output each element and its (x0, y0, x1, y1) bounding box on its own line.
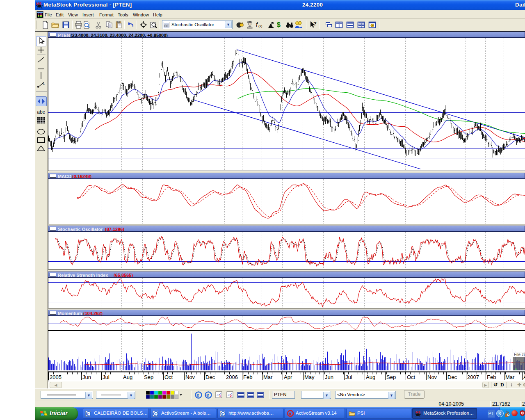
svg-text:Nov: Nov (185, 374, 195, 380)
svg-text:$: $ (277, 21, 281, 28)
svg-text:2007: 2007 (467, 374, 479, 380)
svg-text:Nov: Nov (427, 374, 437, 380)
svg-text:?: ? (313, 21, 317, 27)
svg-text:Aug: Aug (366, 374, 375, 380)
svg-text:e: e (155, 412, 157, 416)
svg-text:May: May (304, 374, 315, 380)
svg-text:Jun: Jun (325, 374, 333, 380)
svg-text:Dec: Dec (205, 374, 215, 380)
svg-text:2: 2 (230, 394, 232, 398)
svg-text:2005: 2005 (50, 374, 62, 380)
svg-text:e: e (206, 392, 209, 398)
svg-text:e: e (222, 412, 224, 416)
svg-text:Mar: Mar (263, 374, 273, 380)
svg-text:Aug: Aug (123, 374, 132, 380)
svg-text:Oct: Oct (407, 374, 415, 380)
svg-text:1: 1 (219, 394, 221, 398)
svg-text:e: e (196, 392, 199, 398)
svg-text:A: A (523, 374, 525, 380)
svg-text:Feb: Feb (243, 374, 252, 380)
svg-text:Feb: Feb (487, 374, 496, 380)
svg-text:Sep: Sep (386, 374, 396, 380)
svg-text:Oct: Oct (164, 374, 173, 380)
svg-text:Jul: Jul (103, 374, 110, 380)
svg-text:e: e (87, 412, 90, 416)
svg-text:Jul: Jul (345, 374, 352, 380)
svg-text:Jun: Jun (82, 374, 91, 380)
svg-text:S: S (37, 85, 39, 89)
svg-text:File zo: File zo (514, 352, 525, 357)
svg-text:Apr: Apr (284, 374, 292, 380)
svg-text:2006: 2006 (226, 374, 238, 380)
svg-text:L: L (43, 82, 45, 85)
svg-text:(x): (x) (258, 24, 262, 28)
svg-text:Dec: Dec (447, 374, 457, 380)
svg-text:Mar: Mar (505, 374, 515, 380)
svg-text:a: a (289, 411, 292, 416)
svg-text:Sep: Sep (144, 374, 153, 380)
